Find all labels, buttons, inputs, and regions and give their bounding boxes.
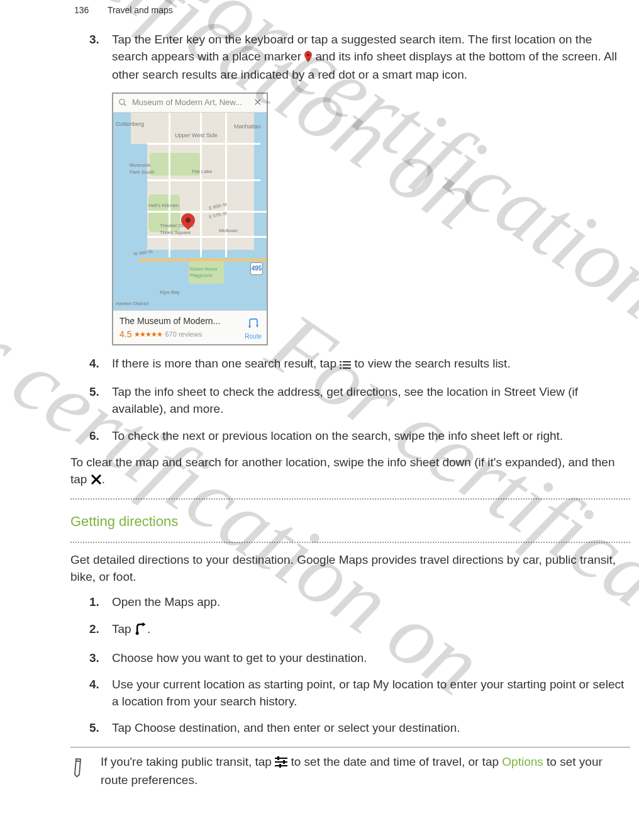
search-text: Museum of Modern Art, New... bbox=[132, 97, 251, 108]
map-label: Guttenberg bbox=[116, 120, 144, 128]
svg-point-13 bbox=[136, 632, 139, 635]
my-location-label: My location bbox=[373, 678, 433, 691]
note-callout: If you're taking public transit, tap to … bbox=[70, 747, 630, 795]
step-text: to view the search results list. bbox=[351, 357, 510, 370]
step-text: Use your current location as starting po… bbox=[112, 678, 373, 691]
svg-rect-10 bbox=[343, 367, 351, 369]
search-icon bbox=[118, 98, 127, 107]
step-number: 4. bbox=[89, 676, 99, 693]
stars-icon: ★★★★★ bbox=[134, 330, 162, 339]
rating-value: 4.5 bbox=[119, 328, 131, 341]
step-text: Tap the bbox=[112, 33, 155, 46]
map-label: Hell's Kitchen bbox=[148, 202, 179, 209]
step-text: Open the Maps app. bbox=[112, 595, 220, 608]
route-button[interactable]: Route bbox=[245, 317, 262, 341]
svg-marker-14 bbox=[142, 622, 145, 627]
map-label: Riverside Park South bbox=[130, 162, 155, 176]
step-number: 4. bbox=[89, 356, 99, 372]
clear-search-icon[interactable]: ✕ bbox=[253, 96, 262, 109]
step-text: Choose how you want to get to your desti… bbox=[112, 651, 367, 664]
map-label: E 60th St bbox=[208, 201, 227, 211]
map-screenshot: Museum of Modern Art, New... ✕ Guttenber… bbox=[112, 92, 268, 345]
svg-point-1 bbox=[119, 99, 125, 104]
svg-rect-5 bbox=[340, 361, 342, 362]
step-text: Tap the info sheet to check the address,… bbox=[112, 385, 578, 415]
options-icon bbox=[275, 756, 287, 773]
reviews-count: 670 reviews bbox=[165, 330, 202, 339]
section-heading: Getting directions bbox=[70, 512, 630, 532]
info-sheet[interactable]: The Museum of Modern... 4.5 ★★★★★ 670 re… bbox=[113, 310, 267, 345]
svg-rect-19 bbox=[283, 760, 285, 764]
svg-rect-9 bbox=[340, 367, 342, 369]
directions-icon bbox=[135, 622, 147, 640]
step-number: 3. bbox=[89, 31, 99, 48]
step-text: . bbox=[147, 622, 150, 636]
route-label: Route bbox=[245, 332, 262, 341]
place-title: The Museum of Modern... bbox=[119, 315, 260, 328]
step-text: Tap bbox=[112, 622, 135, 636]
step-number: 6. bbox=[89, 428, 99, 445]
options-label: Options bbox=[502, 755, 543, 768]
choose-destination-label: Choose destination bbox=[135, 721, 237, 734]
step-text: , and then enter or select your destinat… bbox=[237, 721, 460, 734]
map-label: Robert Moses Playground bbox=[190, 266, 221, 279]
map-label: Harlem District bbox=[116, 300, 148, 307]
step-number: 2. bbox=[89, 621, 99, 638]
paragraph: Get detailed directions to your destinat… bbox=[70, 552, 630, 585]
map-label: Midtown bbox=[219, 227, 238, 234]
step-number: 5. bbox=[89, 720, 99, 737]
step-number: 1. bbox=[89, 594, 99, 611]
svg-rect-6 bbox=[343, 361, 351, 362]
svg-point-0 bbox=[307, 53, 309, 55]
step-number: 3. bbox=[89, 650, 99, 667]
map-label: Upper West Side bbox=[175, 132, 218, 140]
svg-marker-4 bbox=[255, 325, 258, 328]
map-canvas[interactable]: Guttenberg Upper West Side Manhattan Riv… bbox=[113, 113, 267, 310]
interstate-shield-icon: 495 bbox=[250, 262, 263, 275]
pin-icon bbox=[304, 50, 312, 67]
map-search-bar[interactable]: Museum of Modern Art, New... ✕ bbox=[113, 94, 267, 113]
paragraph: To clear the map and search for another … bbox=[70, 454, 630, 490]
svg-rect-17 bbox=[277, 756, 279, 760]
note-text: to set the date and time of travel, or t… bbox=[287, 755, 502, 768]
svg-rect-7 bbox=[340, 364, 342, 366]
svg-rect-8 bbox=[343, 364, 351, 366]
map-label: Kips Bay bbox=[160, 289, 180, 296]
step-number: 5. bbox=[89, 384, 99, 401]
list-icon bbox=[340, 357, 351, 374]
step-text: To check the next or previous location o… bbox=[112, 429, 563, 442]
map-label: Manhattan bbox=[234, 123, 261, 131]
svg-point-3 bbox=[248, 325, 251, 328]
map-label: The Lake bbox=[191, 168, 212, 175]
close-icon bbox=[91, 473, 102, 490]
section-name: Travel and maps bbox=[108, 5, 173, 15]
svg-line-2 bbox=[124, 104, 126, 106]
place-rating: 4.5 ★★★★★ 670 reviews bbox=[119, 328, 260, 341]
page-number: 136 bbox=[74, 5, 89, 15]
step-text: Tap bbox=[112, 721, 135, 734]
page-header: 136 Travel and maps bbox=[74, 5, 173, 15]
note-text: If you're taking public transit, tap bbox=[101, 755, 275, 768]
route-icon bbox=[245, 317, 262, 332]
enter-key: Enter bbox=[155, 33, 183, 46]
step-text: If there is more than one search result,… bbox=[112, 357, 340, 370]
svg-rect-21 bbox=[279, 764, 281, 768]
